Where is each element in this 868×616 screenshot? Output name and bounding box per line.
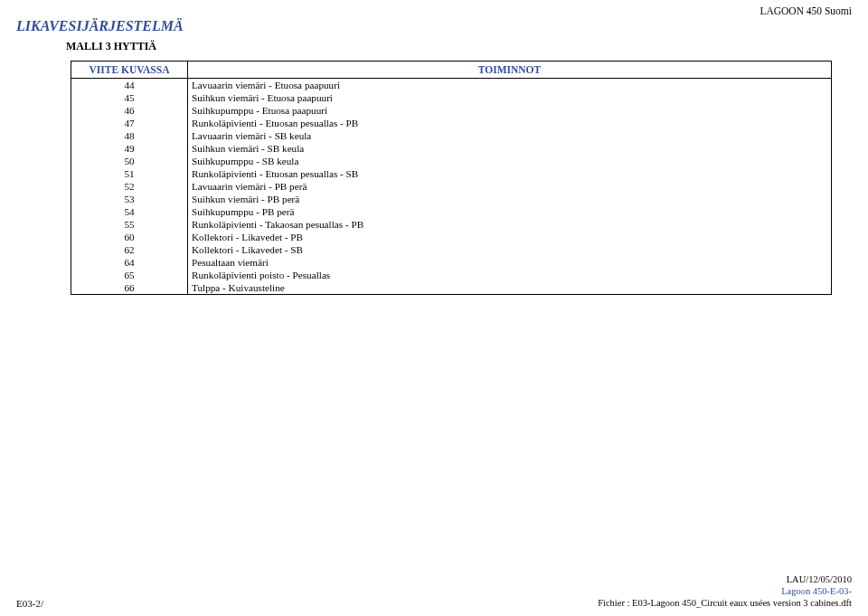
footer-left: E03-2/ xyxy=(16,598,43,609)
cell-ref: 54 xyxy=(71,205,188,218)
table-row: 49Suihkun viemäri - SB keula xyxy=(71,142,832,155)
cell-func: Lavuaarin viemäri - PB perä xyxy=(188,180,832,193)
cell-func: Pesualtaan viemäri xyxy=(188,256,832,269)
cell-ref: 50 xyxy=(71,155,188,167)
cell-ref: 44 xyxy=(71,79,188,92)
table-row: 48Lavuaarin viemäri - SB keula xyxy=(71,129,832,142)
table-row: 46Suihkupumppu - Etuosa paapuuri xyxy=(71,104,832,117)
cell-func: Runkoläpivienti - Takaosan pesuallas - P… xyxy=(188,218,832,231)
col-header-ref: VIITE KUVASSA xyxy=(71,62,188,79)
footer-right-line3: Fichier : E03-Lagoon 450_Circuit eaux us… xyxy=(598,597,852,609)
cell-func: Runkoläpivienti poisto - Pesuallas xyxy=(188,269,832,281)
footer-right-line2: Lagoon 450-E-03- xyxy=(598,585,852,597)
table-row: 66Tulppa - Kuivausteline xyxy=(71,281,832,295)
cell-ref: 49 xyxy=(71,142,188,155)
cell-func: Suihkun viemäri - Etuosa paapuuri xyxy=(188,91,832,104)
cell-func: Runkoläpivienti - Etuosan pesuallas - PB xyxy=(188,117,832,129)
table-row: 45Suihkun viemäri - Etuosa paapuuri xyxy=(71,91,832,104)
cell-func: Suihkupumppu - SB keula xyxy=(188,155,832,167)
cell-func: Kollektori - Likavedet - PB xyxy=(188,231,832,243)
cell-ref: 51 xyxy=(71,167,188,180)
table-row: 64Pesualtaan viemäri xyxy=(71,256,832,269)
cell-func: Suihkupumppu - Etuosa paapuuri xyxy=(188,104,832,117)
header-top-right: LAGOON 450 Suomi xyxy=(760,5,852,16)
table-row: 62Kollektori - Likavedet - SB xyxy=(71,243,832,256)
cell-func: Runkoläpivienti - Etuosan pesuallas - SB xyxy=(188,167,832,180)
cell-ref: 60 xyxy=(71,231,188,243)
table-row: 65Runkoläpivienti poisto - Pesuallas xyxy=(71,269,832,281)
cell-func: Lavuaarin viemäri - Etuosa paapuuri xyxy=(188,79,832,92)
cell-ref: 45 xyxy=(71,91,188,104)
table-row: 47Runkoläpivienti - Etuosan pesuallas - … xyxy=(71,117,832,129)
cell-ref: 52 xyxy=(71,180,188,193)
document-title: LIKAVESIJÄRJESTELMÄ xyxy=(16,18,852,34)
cell-func: Tulppa - Kuivausteline xyxy=(188,281,832,295)
table-row: 44Lavuaarin viemäri - Etuosa paapuuri xyxy=(71,79,832,92)
parts-table: VIITE KUVASSA TOIMINNOT 44Lavuaarin viem… xyxy=(71,61,832,295)
cell-func: Suihkun viemäri - PB perä xyxy=(188,193,832,205)
cell-ref: 64 xyxy=(71,256,188,269)
table-header-row: VIITE KUVASSA TOIMINNOT xyxy=(71,62,832,79)
cell-ref: 62 xyxy=(71,243,188,256)
cell-ref: 47 xyxy=(71,117,188,129)
table-row: 53Suihkun viemäri - PB perä xyxy=(71,193,832,205)
table-row: 54Suihkupumppu - PB perä xyxy=(71,205,832,218)
col-header-func: TOIMINNOT xyxy=(188,62,832,79)
cell-ref: 46 xyxy=(71,104,188,117)
cell-ref: 48 xyxy=(71,129,188,142)
table-row: 51Runkoläpivienti - Etuosan pesuallas - … xyxy=(71,167,832,180)
table-row: 50Suihkupumppu - SB keula xyxy=(71,155,832,167)
footer-right: LAU/12/05/2010 Lagoon 450-E-03- Fichier … xyxy=(598,573,852,609)
footer-right-line1: LAU/12/05/2010 xyxy=(598,573,852,585)
cell-func: Suihkun viemäri - SB keula xyxy=(188,142,832,155)
cell-ref: 53 xyxy=(71,193,188,205)
cell-func: Lavuaarin viemäri - SB keula xyxy=(188,129,832,142)
document-subtitle: MALLI 3 HYTTIÄ xyxy=(66,40,852,53)
cell-func: Kollektori - Likavedet - SB xyxy=(188,243,832,256)
table-row: 60Kollektori - Likavedet - PB xyxy=(71,231,832,243)
cell-ref: 65 xyxy=(71,269,188,281)
cell-ref: 55 xyxy=(71,218,188,231)
table-row: 55Runkoläpivienti - Takaosan pesuallas -… xyxy=(71,218,832,231)
cell-ref: 66 xyxy=(71,281,188,295)
table-row: 52Lavuaarin viemäri - PB perä xyxy=(71,180,832,193)
parts-table-wrap: VIITE KUVASSA TOIMINNOT 44Lavuaarin viem… xyxy=(71,61,852,295)
cell-func: Suihkupumppu - PB perä xyxy=(188,205,832,218)
